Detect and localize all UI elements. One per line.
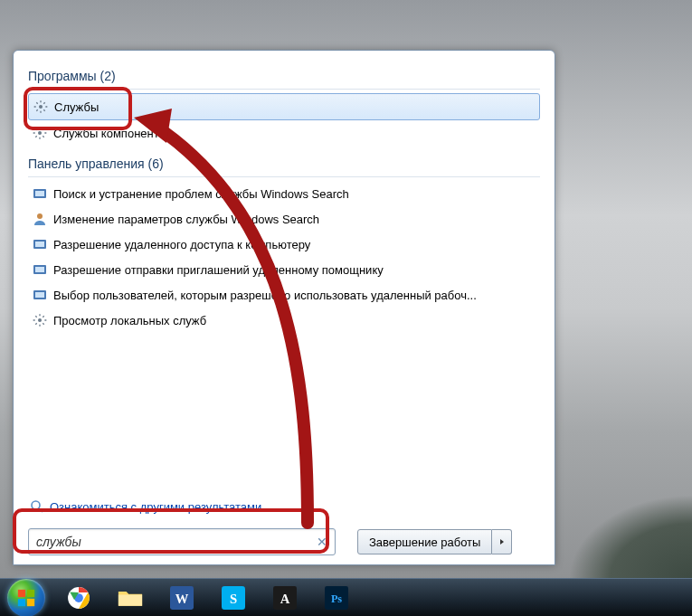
taskbar: W S A Ps (0, 578, 692, 616)
result-label: Просмотр локальных служб (53, 314, 206, 327)
svg-rect-3 (35, 191, 44, 196)
result-item-services[interactable]: Службы (28, 93, 540, 120)
taskbar-explorer[interactable] (107, 583, 154, 613)
search-icon (30, 499, 44, 514)
svg-rect-6 (35, 242, 44, 247)
gear-icon (32, 125, 48, 141)
search-field-wrapper: ✕ (28, 528, 336, 555)
user-settings-icon (32, 211, 48, 227)
svg-text:S: S (230, 591, 237, 605)
svg-point-4 (37, 213, 43, 219)
start-menu-search-panel: Программы (2) Службы Службы компонентов … (13, 50, 555, 565)
result-label: Службы компонентов (53, 127, 172, 140)
users-icon (32, 287, 48, 303)
chrome-icon (67, 586, 90, 610)
svg-text:A: A (280, 591, 290, 605)
svg-rect-8 (35, 267, 44, 272)
svg-rect-17 (27, 598, 34, 605)
clear-search-icon[interactable]: ✕ (314, 534, 330, 550)
svg-rect-20 (118, 594, 142, 605)
svg-point-11 (38, 318, 42, 322)
shutdown-button[interactable]: Завершение работы (357, 529, 492, 554)
autocad-icon: A (273, 586, 297, 610)
taskbar-skype[interactable]: S (210, 583, 257, 613)
result-item-component-services[interactable]: Службы компонентов (28, 120, 540, 146)
more-results-link[interactable]: Ознакомиться с другими результатами (28, 494, 540, 523)
taskbar-autocad[interactable]: A (261, 583, 308, 613)
skype-icon: S (222, 586, 245, 610)
triangle-right-icon (498, 538, 506, 545)
svg-line-13 (39, 508, 43, 512)
more-results-label: Ознакомиться с другими результатами (50, 500, 261, 514)
remote-access-icon (32, 236, 48, 252)
result-item[interactable]: Разрешение удаленного доступа к компьюте… (28, 232, 540, 257)
result-label: Изменение параметров службы Windows Sear… (53, 213, 319, 226)
gear-icon (32, 312, 48, 328)
photoshop-icon: Ps (325, 586, 348, 610)
result-label: Разрешение удаленного доступа к компьюте… (53, 238, 310, 251)
troubleshoot-icon (32, 185, 48, 202)
folder-icon (118, 588, 143, 608)
programs-section-header: Программы (2) (28, 67, 540, 90)
start-menu-bottom-row: ✕ Завершение работы (28, 523, 540, 555)
svg-rect-16 (18, 598, 25, 605)
svg-rect-15 (27, 589, 34, 596)
result-item[interactable]: Просмотр локальных служб (28, 308, 540, 333)
svg-point-0 (39, 105, 43, 109)
taskbar-chrome[interactable] (55, 583, 102, 613)
gear-icon (33, 99, 49, 115)
word-icon: W (170, 586, 194, 610)
svg-rect-10 (35, 292, 44, 298)
result-label: Службы (54, 100, 99, 114)
svg-text:W: W (175, 591, 189, 605)
shutdown-menu-arrow[interactable] (492, 529, 512, 554)
taskbar-word[interactable]: W (158, 583, 205, 613)
result-label: Поиск и устранение проблем службы Window… (53, 187, 349, 201)
result-item[interactable]: Выбор пользователей, которым разрешено и… (28, 282, 540, 308)
svg-text:Ps: Ps (331, 592, 342, 604)
taskbar-photoshop[interactable]: Ps (313, 583, 360, 613)
shutdown-split-button: Завершение работы (357, 529, 512, 554)
result-item[interactable]: Поиск и устранение проблем службы Window… (28, 181, 540, 206)
svg-point-1 (38, 131, 42, 135)
result-item[interactable]: Изменение параметров службы Windows Sear… (28, 206, 540, 232)
result-label: Разрешение отправки приглашений удаленно… (53, 263, 384, 277)
windows-logo-icon (16, 588, 36, 608)
start-button[interactable] (7, 579, 45, 617)
result-item[interactable]: Разрешение отправки приглашений удаленно… (28, 257, 540, 282)
svg-point-12 (32, 501, 40, 509)
remote-assist-icon (32, 261, 48, 278)
result-label: Выбор пользователей, которым разрешено и… (53, 289, 477, 302)
control-panel-section-header: Панель управления (6) (28, 155, 540, 177)
search-input[interactable] (28, 528, 336, 555)
svg-rect-14 (18, 589, 25, 596)
